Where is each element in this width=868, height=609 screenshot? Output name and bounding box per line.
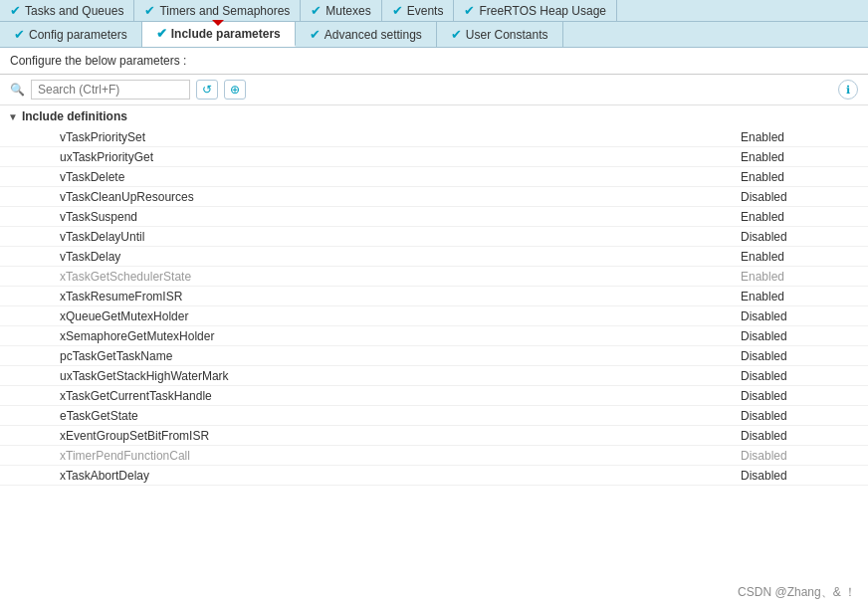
param-value: Disabled bbox=[741, 469, 860, 483]
param-name: vTaskPrioritySet bbox=[60, 130, 741, 144]
tab-advanced-settings[interactable]: ✔ Advanced settings bbox=[296, 22, 437, 47]
param-row[interactable]: uxTaskPriorityGetEnabled bbox=[0, 147, 868, 167]
tab-include-params[interactable]: ✔ Include parameters bbox=[142, 22, 296, 47]
tab-freertos-heap[interactable]: ✔ FreeRTOS Heap Usage bbox=[454, 0, 617, 21]
section-label: Include definitions bbox=[22, 109, 127, 123]
check-icon-advanced: ✔ bbox=[310, 27, 321, 42]
param-name: vTaskCleanUpResources bbox=[60, 190, 741, 204]
tab-tasks-queues-label: Tasks and Queues bbox=[25, 4, 123, 18]
section-header[interactable]: ▼ Include definitions bbox=[0, 105, 868, 127]
tab-mutexes[interactable]: ✔ Mutexes bbox=[301, 0, 381, 21]
check-icon-include: ✔ bbox=[156, 26, 167, 41]
check-icon-config: ✔ bbox=[14, 27, 25, 42]
param-row[interactable]: xTaskGetSchedulerStateEnabled bbox=[0, 267, 868, 287]
check-icon-tasks: ✔ bbox=[10, 3, 21, 18]
param-value: Disabled bbox=[741, 409, 860, 423]
collapse-arrow-icon: ▼ bbox=[8, 111, 18, 122]
configure-bar: Configure the below parameters : bbox=[0, 48, 868, 75]
tab-include-params-label: Include parameters bbox=[171, 27, 281, 41]
tab-events-label: Events bbox=[407, 4, 444, 18]
info-button[interactable]: ℹ bbox=[838, 80, 858, 100]
param-value: Enabled bbox=[741, 210, 860, 224]
param-name: eTaskGetState bbox=[60, 409, 741, 423]
param-row[interactable]: vTaskDelayUntilDisabled bbox=[0, 227, 868, 247]
param-row[interactable]: xTaskGetCurrentTaskHandleDisabled bbox=[0, 386, 868, 406]
tab-user-constants-label: User Constants bbox=[466, 28, 548, 42]
param-row[interactable]: uxTaskGetStackHighWaterMarkDisabled bbox=[0, 366, 868, 386]
param-name: xSemaphoreGetMutexHolder bbox=[60, 329, 741, 343]
param-row[interactable]: eTaskGetStateDisabled bbox=[0, 406, 868, 426]
param-row[interactable]: xTaskResumeFromISREnabled bbox=[0, 287, 868, 306]
param-value: Disabled bbox=[741, 369, 860, 383]
param-name: xTaskAbortDelay bbox=[60, 469, 741, 483]
params-list: vTaskPrioritySetEnableduxTaskPriorityGet… bbox=[0, 127, 868, 486]
search-toolbar: 🔍 ↺ ⊕ ℹ bbox=[0, 75, 868, 105]
param-row[interactable]: xTaskAbortDelayDisabled bbox=[0, 466, 868, 486]
param-row[interactable]: vTaskDelayEnabled bbox=[0, 247, 868, 267]
top-tab-bar: ✔ Tasks and Queues ✔ Timers and Semaphor… bbox=[0, 0, 868, 22]
check-icon-heap: ✔ bbox=[464, 3, 475, 18]
param-value: Disabled bbox=[741, 389, 860, 403]
param-value: Enabled bbox=[741, 250, 860, 264]
tab-tasks-queues[interactable]: ✔ Tasks and Queues bbox=[0, 0, 134, 21]
param-row[interactable]: xEventGroupSetBitFromISRDisabled bbox=[0, 426, 868, 446]
param-name: uxTaskGetStackHighWaterMark bbox=[60, 369, 741, 383]
param-name: xTaskResumeFromISR bbox=[60, 290, 741, 304]
check-icon-timers: ✔ bbox=[144, 3, 155, 18]
param-value: Enabled bbox=[741, 170, 860, 184]
param-row[interactable]: xQueueGetMutexHolderDisabled bbox=[0, 306, 868, 326]
param-value: Enabled bbox=[741, 130, 860, 144]
param-value: Disabled bbox=[741, 429, 860, 443]
param-value: Disabled bbox=[741, 230, 860, 244]
param-row[interactable]: xSemaphoreGetMutexHolderDisabled bbox=[0, 326, 868, 346]
search-input[interactable] bbox=[31, 80, 190, 100]
search-icon: 🔍 bbox=[10, 83, 25, 97]
tab-timers-semaphores[interactable]: ✔ Timers and Semaphores bbox=[134, 0, 301, 21]
param-row[interactable]: vTaskPrioritySetEnabled bbox=[0, 127, 868, 147]
param-value: Enabled bbox=[741, 270, 860, 284]
param-name: xTaskGetSchedulerState bbox=[60, 270, 741, 284]
param-value: Disabled bbox=[741, 309, 860, 323]
param-name: xTimerPendFunctionCall bbox=[60, 449, 741, 463]
param-value: Enabled bbox=[741, 150, 860, 164]
tab-timers-semaphores-label: Timers and Semaphores bbox=[159, 4, 290, 18]
param-name: xEventGroupSetBitFromISR bbox=[60, 429, 741, 443]
param-value: Disabled bbox=[741, 449, 860, 463]
param-name: vTaskDelete bbox=[60, 170, 741, 184]
tab-advanced-settings-label: Advanced settings bbox=[325, 28, 422, 42]
check-icon-mutexes: ✔ bbox=[311, 3, 322, 18]
param-name: vTaskSuspend bbox=[60, 210, 741, 224]
tab-config-params-label: Config parameters bbox=[29, 28, 127, 42]
param-name: pcTaskGetTaskName bbox=[60, 349, 741, 363]
tab-mutexes-label: Mutexes bbox=[326, 4, 370, 18]
param-name: uxTaskPriorityGet bbox=[60, 150, 741, 164]
param-value: Disabled bbox=[741, 329, 860, 343]
configure-text: Configure the below parameters : bbox=[10, 54, 186, 68]
bottom-tab-bar: ✔ Config parameters ✔ Include parameters… bbox=[0, 22, 868, 48]
content-area: ▼ Include definitions vTaskPrioritySetEn… bbox=[0, 105, 868, 609]
tab-freertos-heap-label: FreeRTOS Heap Usage bbox=[479, 4, 606, 18]
param-row[interactable]: xTimerPendFunctionCallDisabled bbox=[0, 446, 868, 466]
tab-config-params[interactable]: ✔ Config parameters bbox=[0, 22, 142, 47]
expand-button[interactable]: ⊕ bbox=[224, 80, 246, 100]
param-value: Enabled bbox=[741, 290, 860, 304]
param-row[interactable]: vTaskSuspendEnabled bbox=[0, 207, 868, 227]
watermark: CSDN @Zhang、& ！ bbox=[738, 584, 856, 601]
param-value: Disabled bbox=[741, 349, 860, 363]
param-row[interactable]: vTaskCleanUpResourcesDisabled bbox=[0, 187, 868, 207]
tab-events[interactable]: ✔ Events bbox=[382, 0, 455, 21]
tab-user-constants[interactable]: ✔ User Constants bbox=[437, 22, 563, 47]
check-icon-user: ✔ bbox=[451, 27, 462, 42]
param-name: vTaskDelayUntil bbox=[60, 230, 741, 244]
param-value: Disabled bbox=[741, 190, 860, 204]
param-name: vTaskDelay bbox=[60, 250, 741, 264]
param-name: xTaskGetCurrentTaskHandle bbox=[60, 389, 741, 403]
param-name: xQueueGetMutexHolder bbox=[60, 309, 741, 323]
check-icon-events: ✔ bbox=[392, 3, 403, 18]
reset-button[interactable]: ↺ bbox=[196, 80, 218, 100]
param-row[interactable]: pcTaskGetTaskNameDisabled bbox=[0, 346, 868, 366]
param-row[interactable]: vTaskDeleteEnabled bbox=[0, 167, 868, 187]
